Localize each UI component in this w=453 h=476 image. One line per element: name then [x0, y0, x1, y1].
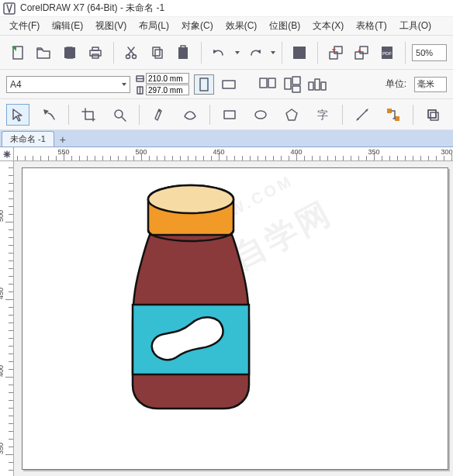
svg-marker-41: [13, 109, 22, 121]
page-size-select[interactable]: A4: [6, 76, 130, 93]
page-dimensions: [135, 73, 189, 96]
redo-button[interactable]: [243, 40, 265, 65]
horizontal-ruler[interactable]: 550 500 450 400 350 300: [14, 147, 453, 161]
page-height-input[interactable]: [146, 85, 189, 95]
search-content-button[interactable]: [289, 40, 311, 65]
zoom-tool[interactable]: [108, 104, 131, 126]
menu-effect[interactable]: 效果(C): [220, 17, 264, 35]
connector-tool[interactable]: [382, 104, 405, 126]
separator: [201, 42, 202, 64]
page-size-value: A4: [10, 79, 22, 90]
freehand-tool[interactable]: [147, 104, 171, 126]
svg-rect-12: [155, 50, 162, 58]
menu-table[interactable]: 表格(T): [350, 17, 392, 35]
property-bar: A4 单位: 毫米: [0, 70, 453, 99]
svg-rect-7: [92, 47, 99, 50]
vertical-ruler[interactable]: 500 450 400 350: [0, 161, 14, 476]
shape-tool[interactable]: [37, 104, 61, 126]
svg-rect-34: [268, 78, 275, 88]
svg-rect-50: [387, 109, 392, 113]
svg-point-45: [255, 111, 266, 119]
svg-rect-39: [315, 79, 320, 90]
landscape-button[interactable]: [219, 74, 239, 95]
standard-toolbar: PDF 50%: [0, 36, 453, 70]
open-button[interactable]: [32, 40, 54, 65]
svg-rect-3: [64, 47, 75, 58]
svg-rect-37: [292, 86, 300, 92]
menu-bar: 文件(F) 编辑(E) 视图(V) 布局(L) 对象(C) 效果(C) 位图(B…: [0, 17, 453, 36]
ellipse-tool[interactable]: [249, 104, 272, 126]
svg-rect-6: [90, 50, 101, 56]
menu-view[interactable]: 视图(V): [89, 17, 133, 35]
svg-rect-53: [431, 112, 438, 120]
menu-bitmap[interactable]: 位图(B): [263, 17, 306, 35]
svg-rect-54: [428, 110, 436, 118]
svg-rect-44: [224, 111, 235, 119]
pick-tool[interactable]: [6, 104, 29, 126]
print-button[interactable]: [84, 40, 106, 65]
document-tab[interactable]: 未命名 -1: [2, 131, 54, 147]
svg-rect-11: [153, 47, 160, 56]
menu-layout[interactable]: 布局(L): [133, 17, 175, 35]
svg-rect-36: [292, 77, 300, 85]
zoom-level-input[interactable]: 50%: [412, 44, 447, 61]
facing-pages-button[interactable]: [307, 75, 327, 94]
portrait-button[interactable]: [194, 74, 214, 95]
svg-marker-24: [358, 49, 361, 52]
svg-text:字: 字: [317, 109, 328, 121]
export-button[interactable]: [350, 40, 372, 65]
svg-text:PDF: PDF: [382, 51, 392, 56]
menu-tools[interactable]: 工具(O): [393, 17, 437, 35]
svg-marker-42: [43, 109, 49, 115]
paste-button[interactable]: [171, 40, 194, 65]
title-bar: CorelDRAW X7 (64-Bit) - 未命名 -1: [0, 0, 453, 17]
units-label: 单位:: [386, 78, 406, 91]
current-page-button[interactable]: [282, 75, 303, 94]
text-tool[interactable]: 字: [311, 104, 334, 126]
ruler-origin[interactable]: [0, 147, 14, 161]
svg-rect-32: [223, 81, 235, 88]
height-icon: [135, 85, 144, 95]
all-pages-button[interactable]: [258, 75, 278, 94]
cut-button[interactable]: [120, 40, 143, 65]
svg-marker-46: [286, 109, 297, 120]
canvas[interactable]: 软件自学网 RJZXW.COM: [14, 161, 453, 476]
new-button[interactable]: [6, 40, 29, 65]
svg-rect-17: [293, 47, 306, 59]
menu-edit[interactable]: 编辑(E): [46, 17, 89, 35]
bottle-artwork[interactable]: [125, 182, 257, 411]
units-select[interactable]: 毫米: [414, 77, 447, 92]
polygon-tool[interactable]: [280, 104, 303, 126]
drop-shadow-tool[interactable]: [421, 104, 444, 126]
separator: [405, 42, 406, 64]
svg-rect-33: [260, 78, 267, 88]
drawing-page[interactable]: 软件自学网 RJZXW.COM: [22, 167, 448, 470]
save-button[interactable]: [58, 40, 81, 65]
page-width-input[interactable]: [146, 73, 189, 84]
undo-button[interactable]: [208, 40, 230, 65]
chevron-down-icon: [122, 83, 126, 86]
new-tab-button[interactable]: +: [56, 133, 70, 147]
redo-dropdown[interactable]: [271, 51, 275, 54]
coreldraw-logo-icon: [3, 2, 16, 15]
svg-rect-52: [428, 110, 436, 118]
menu-object[interactable]: 对象(C): [175, 17, 220, 35]
dimension-tool[interactable]: [351, 104, 374, 126]
crop-tool[interactable]: [77, 104, 100, 126]
artistic-media-tool[interactable]: [178, 104, 202, 126]
menu-text[interactable]: 文本(X): [306, 17, 350, 35]
svg-point-56: [148, 185, 233, 213]
undo-dropdown[interactable]: [235, 51, 240, 54]
document-tabs: 未命名 -1 +: [0, 130, 453, 147]
svg-rect-40: [321, 82, 326, 90]
svg-rect-51: [395, 116, 399, 121]
separator: [113, 42, 114, 64]
svg-rect-35: [285, 78, 291, 89]
menu-file[interactable]: 文件(F): [3, 17, 46, 35]
separator: [317, 42, 318, 64]
publish-pdf-button[interactable]: PDF: [376, 40, 399, 65]
svg-rect-31: [200, 78, 208, 91]
copy-button[interactable]: [146, 40, 168, 65]
rectangle-tool[interactable]: [218, 104, 241, 126]
import-button[interactable]: [324, 40, 347, 65]
